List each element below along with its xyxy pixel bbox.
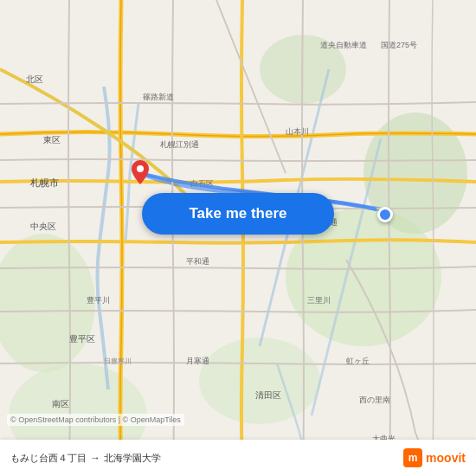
svg-point-30: [137, 165, 144, 172]
take-me-there-button[interactable]: Take me there: [142, 193, 334, 235]
svg-text:篠路新道: 篠路新道: [143, 93, 174, 101]
map-container: 北区 東区 札幌市 中央区 豊平区 南区 篠路新道 札幌江別通 白石区 本通 平…: [0, 0, 476, 476]
moovit-logo-icon: m: [403, 448, 422, 467]
bottom-bar: もみじ台西４丁目 → 北海学園大学 m moovit: [0, 440, 476, 476]
svg-text:月寒通: 月寒通: [186, 357, 209, 365]
svg-text:札幌市: 札幌市: [30, 177, 59, 188]
svg-text:豊平川: 豊平川: [87, 296, 110, 305]
svg-text:三里川: 三里川: [307, 296, 331, 305]
svg-text:札幌江別通: 札幌江別通: [160, 140, 199, 149]
svg-text:中央区: 中央区: [30, 222, 56, 231]
copyright-text: © OpenStreetMap contributors | © OpenMap…: [7, 414, 184, 426]
svg-text:豊平区: 豊平区: [69, 334, 95, 344]
svg-text:日豊寒川: 日豊寒川: [104, 357, 132, 365]
svg-text:東区: 東区: [43, 135, 61, 145]
origin-label: もみじ台西４丁目: [10, 452, 87, 465]
svg-text:北区: 北区: [26, 74, 43, 84]
svg-text:南区: 南区: [52, 399, 69, 408]
moovit-logo-text: moovit: [426, 451, 466, 465]
moovit-logo-letter: m: [408, 452, 418, 464]
svg-text:山本川: 山本川: [286, 127, 309, 136]
moovit-branding: m moovit: [403, 448, 466, 467]
map-background: 北区 東区 札幌市 中央区 豊平区 南区 篠路新道 札幌江別通 白石区 本通 平…: [0, 0, 476, 476]
svg-point-5: [199, 338, 320, 424]
route-info: もみじ台西４丁目 → 北海学園大学: [10, 452, 161, 465]
route-arrow: →: [90, 452, 100, 464]
destination-marker: [377, 207, 393, 222]
svg-text:道央自動車道: 道央自動車道: [320, 41, 367, 49]
origin-marker: [132, 160, 149, 184]
svg-text:西の里南: 西の里南: [359, 396, 390, 404]
destination-label: 北海学園大学: [104, 452, 161, 465]
svg-text:清田区: 清田区: [255, 390, 281, 400]
svg-text:国道275号: 国道275号: [381, 41, 417, 49]
svg-text:虹ヶ丘: 虹ヶ丘: [346, 357, 370, 365]
svg-text:平和通: 平和通: [186, 257, 209, 266]
